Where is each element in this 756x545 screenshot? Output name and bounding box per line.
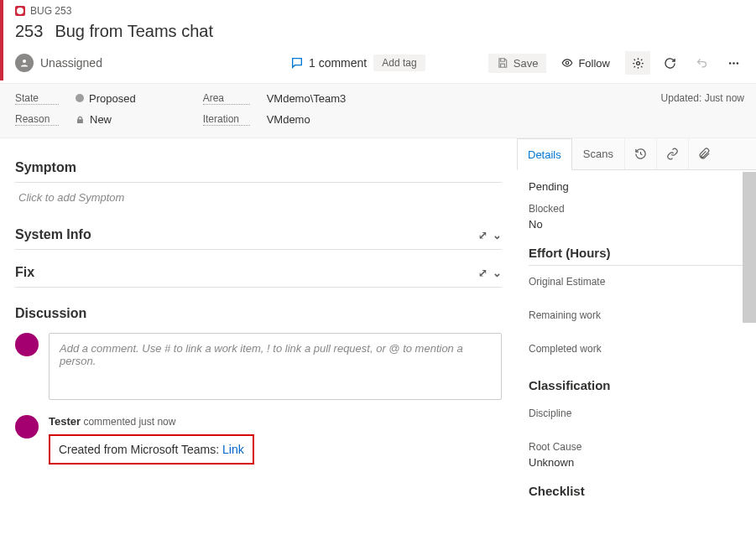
assignee-picker[interactable]: Unassigned — [15, 54, 284, 72]
symptom-heading: Symptom — [15, 153, 502, 183]
effort-heading: Effort (Hours) — [529, 246, 744, 266]
svg-point-0 — [23, 60, 26, 63]
add-tag-button[interactable]: Add tag — [373, 54, 425, 71]
root-cause-value[interactable]: Unknown — [529, 456, 744, 469]
link-icon — [666, 148, 679, 160]
svg-point-2 — [636, 61, 639, 65]
comment-icon — [290, 56, 304, 70]
remaining-work-label[interactable]: Remaining work — [529, 309, 744, 321]
blocked-value[interactable]: No — [529, 218, 744, 231]
comment-author: Tester — [49, 415, 81, 428]
blocked-label: Blocked — [529, 203, 744, 215]
expand-icon[interactable]: ⤢ — [478, 267, 487, 279]
comment-input[interactable]: Add a comment. Use # to link a work item… — [49, 333, 502, 400]
save-button[interactable]: Save — [488, 54, 547, 73]
follow-button[interactable]: Follow — [553, 54, 618, 73]
updated-label: Updated: Just now — [661, 92, 744, 104]
eye-icon — [561, 57, 573, 69]
work-item-color-bar — [0, 0, 3, 80]
checklist-heading: Checklist — [529, 484, 744, 503]
tab-links[interactable] — [656, 138, 688, 169]
person-icon — [15, 54, 34, 72]
reason-value[interactable]: 🔒︎New — [76, 113, 112, 126]
completed-work-label[interactable]: Completed work — [529, 343, 744, 355]
chevron-down-icon[interactable]: ⌄ — [493, 229, 502, 241]
lock-icon: 🔒︎ — [76, 115, 85, 125]
discipline-label[interactable]: Discipline — [529, 407, 744, 419]
work-item-title[interactable]: Bug from Teams chat — [55, 22, 213, 41]
work-item-type-label: BUG 253 — [30, 5, 71, 17]
dots-icon — [727, 57, 740, 70]
tab-history[interactable] — [624, 138, 656, 169]
chevron-down-icon[interactable]: ⌄ — [493, 267, 502, 279]
refresh-button[interactable] — [657, 51, 682, 75]
svg-point-4 — [733, 62, 735, 65]
gear-icon — [632, 57, 644, 70]
comment-author-row: Tester commented just now — [49, 415, 502, 428]
area-label: Area — [203, 92, 250, 105]
work-item-id: 253 — [15, 22, 43, 41]
reason-label: Reason — [15, 113, 59, 126]
area-value[interactable]: VMdemo\Team3 — [267, 92, 347, 105]
symptom-input[interactable]: Click to add Symptom — [15, 183, 502, 212]
undo-icon — [696, 57, 708, 70]
attachment-icon — [698, 148, 711, 160]
state-dot-icon — [76, 94, 84, 102]
state-label: State — [15, 92, 59, 105]
iteration-label: Iteration — [203, 113, 250, 126]
more-actions-button[interactable] — [721, 51, 746, 75]
assignee-label: Unassigned — [40, 56, 102, 70]
undo-button[interactable] — [689, 51, 714, 75]
original-estimate-label[interactable]: Original Estimate — [529, 276, 744, 288]
comment-content: Created from Microsoft Teams: Link — [49, 434, 254, 465]
refresh-icon — [664, 57, 676, 70]
history-icon — [634, 148, 647, 160]
expand-icon[interactable]: ⤢ — [478, 229, 487, 241]
scrollbar-thumb[interactable] — [743, 172, 756, 323]
svg-point-5 — [736, 62, 738, 65]
avatar — [15, 333, 39, 356]
comment-timestamp: commented just now — [81, 416, 175, 428]
root-cause-label: Root Cause — [529, 441, 744, 453]
comment-count[interactable]: 1 comment — [290, 56, 367, 70]
teams-link[interactable]: Link — [222, 443, 244, 456]
settings-button[interactable] — [625, 51, 650, 75]
tab-details[interactable]: Details — [517, 138, 572, 170]
tab-scans[interactable]: Scans — [572, 138, 624, 169]
fix-heading[interactable]: Fix ⤢⌄ — [15, 258, 502, 288]
classification-heading: Classification — [529, 378, 744, 397]
avatar — [15, 415, 39, 439]
iteration-value[interactable]: VMdemo — [267, 113, 310, 126]
svg-point-1 — [566, 61, 570, 65]
save-icon — [497, 57, 508, 69]
tab-attachments[interactable] — [688, 138, 720, 169]
svg-point-3 — [728, 62, 731, 65]
work-item-type-row: BUG 253 — [15, 5, 756, 17]
bug-icon — [15, 6, 25, 16]
discussion-heading: Discussion — [15, 299, 502, 328]
pending-value: Pending — [529, 180, 744, 193]
system-info-heading[interactable]: System Info ⤢⌄ — [15, 221, 502, 250]
state-value[interactable]: Proposed — [76, 92, 136, 105]
